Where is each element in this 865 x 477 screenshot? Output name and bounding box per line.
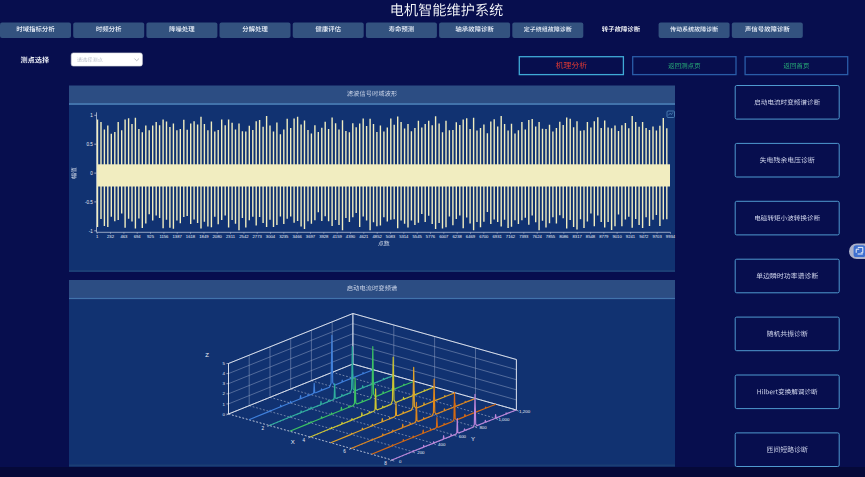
svg-text:400: 400 xyxy=(438,442,446,447)
svg-text:3928: 3928 xyxy=(319,234,329,239)
svg-text:5545: 5545 xyxy=(413,234,423,239)
svg-text:1,200: 1,200 xyxy=(519,409,531,414)
svg-text:2080: 2080 xyxy=(213,234,223,239)
svg-text:0.5: 0.5 xyxy=(87,142,94,147)
svg-text:5776: 5776 xyxy=(426,234,436,239)
svg-text:8317: 8317 xyxy=(573,234,583,239)
svg-text:2311: 2311 xyxy=(226,234,236,239)
svg-text:6469: 6469 xyxy=(466,234,476,239)
svg-text:5083: 5083 xyxy=(386,234,396,239)
svg-text:6007: 6007 xyxy=(439,234,449,239)
svg-text:1849: 1849 xyxy=(199,234,209,239)
svg-text:1: 1 xyxy=(90,113,93,118)
svg-text:0: 0 xyxy=(90,171,93,176)
svg-text:1618: 1618 xyxy=(186,234,196,239)
svg-text:6238: 6238 xyxy=(453,234,463,239)
svg-text:1,000: 1,000 xyxy=(498,417,510,422)
svg-text:4621: 4621 xyxy=(359,234,369,239)
svg-text:4: 4 xyxy=(303,438,306,443)
svg-text:7624: 7624 xyxy=(533,234,543,239)
svg-text:800: 800 xyxy=(479,425,487,430)
svg-text:3235: 3235 xyxy=(279,234,289,239)
svg-text:6700: 6700 xyxy=(479,234,489,239)
svg-text:3697: 3697 xyxy=(306,234,316,239)
svg-text:4159: 4159 xyxy=(333,234,343,239)
svg-text:-1: -1 xyxy=(89,229,94,234)
svg-text:9934: 9934 xyxy=(666,234,676,239)
svg-text:9010: 9010 xyxy=(612,234,622,239)
svg-text:925: 925 xyxy=(147,234,155,239)
svg-text:7393: 7393 xyxy=(519,234,529,239)
svg-text:600: 600 xyxy=(459,434,467,439)
svg-text:1156: 1156 xyxy=(159,234,169,239)
svg-text:Z: Z xyxy=(205,352,209,358)
svg-text:8548: 8548 xyxy=(586,234,596,239)
svg-text:2542: 2542 xyxy=(239,234,249,239)
svg-text:7855: 7855 xyxy=(546,234,556,239)
svg-text:8: 8 xyxy=(384,461,387,466)
svg-text:694: 694 xyxy=(134,234,142,239)
svg-text:9703: 9703 xyxy=(652,234,662,239)
svg-text:3004: 3004 xyxy=(266,234,276,239)
svg-text:Y: Y xyxy=(471,436,475,442)
svg-text:-0.5: -0.5 xyxy=(85,200,93,205)
svg-text:8086: 8086 xyxy=(559,234,569,239)
svg-text:9241: 9241 xyxy=(626,234,636,239)
svg-text:X: X xyxy=(291,439,295,445)
svg-text:8779: 8779 xyxy=(599,234,609,239)
svg-text:463: 463 xyxy=(120,234,128,239)
svg-text:2773: 2773 xyxy=(253,234,263,239)
svg-text:232: 232 xyxy=(107,234,115,239)
svg-text:5314: 5314 xyxy=(399,234,409,239)
svg-text:9472: 9472 xyxy=(639,234,649,239)
svg-text:7162: 7162 xyxy=(506,234,516,239)
svg-text:3466: 3466 xyxy=(293,234,303,239)
svg-text:6931: 6931 xyxy=(493,234,503,239)
svg-text:6: 6 xyxy=(343,449,346,454)
svg-text:4390: 4390 xyxy=(346,234,356,239)
svg-text:2: 2 xyxy=(262,426,265,431)
svg-text:4852: 4852 xyxy=(373,234,383,239)
svg-text:200: 200 xyxy=(417,450,425,455)
svg-text:1387: 1387 xyxy=(173,234,183,239)
